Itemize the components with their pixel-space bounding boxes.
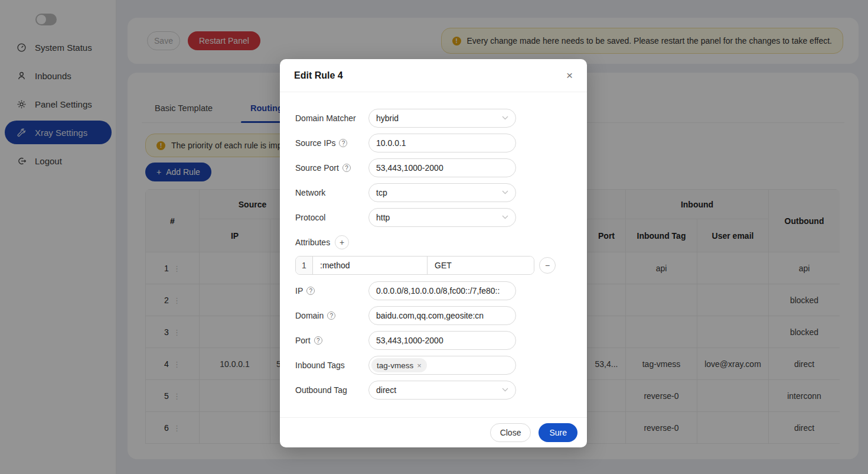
field-label: Source IPs ? (295, 138, 368, 148)
field-label-text: Source Port (295, 163, 339, 173)
field-inbound-tags: Inbound Tags tag-vmess × (295, 356, 573, 375)
source-port-input[interactable] (368, 158, 516, 177)
modal-body: Domain Matcher hybrid Source IPs ? Sourc… (280, 92, 587, 400)
modal-footer: Close Sure (280, 417, 587, 447)
modal-header: Edit Rule 4 × (280, 59, 587, 92)
domain-matcher-select[interactable]: hybrid (368, 109, 516, 128)
chevron-down-icon (502, 215, 508, 219)
help-icon[interactable]: ? (339, 139, 347, 147)
selected-value: hybrid (376, 113, 399, 123)
close-button[interactable]: Close (490, 423, 531, 442)
protocol-select[interactable]: http (368, 208, 516, 227)
field-label-text: Source IPs (295, 138, 335, 148)
help-icon[interactable]: ? (327, 311, 335, 320)
selected-value: http (376, 213, 390, 222)
attribute-index: 1 (296, 257, 313, 274)
field-label-text: Domain (295, 311, 324, 320)
tag-chip: tag-vmess × (371, 358, 427, 372)
help-icon[interactable]: ? (314, 336, 322, 345)
modal-title: Edit Rule 4 (294, 70, 343, 81)
field-label: IP ? (295, 286, 368, 296)
add-attribute-button[interactable]: + (335, 235, 349, 249)
field-label-text: Port (295, 336, 311, 345)
selected-value: tcp (376, 188, 387, 197)
field-domain: Domain ? (295, 306, 573, 325)
chevron-down-icon (502, 388, 508, 392)
selected-value: direct (376, 385, 396, 395)
source-ips-input[interactable] (368, 134, 516, 152)
field-label: Inbound Tags (295, 361, 368, 370)
inbound-tags-multiselect[interactable]: tag-vmess × (368, 356, 516, 375)
field-ip: IP ? (295, 281, 573, 300)
chevron-down-icon (502, 116, 508, 120)
network-select[interactable]: tcp (368, 183, 516, 202)
field-source-ips: Source IPs ? (295, 134, 573, 152)
attribute-row: 1 − (295, 256, 573, 275)
ip-input[interactable] (368, 281, 516, 300)
attributes-label: Attributes (295, 238, 330, 247)
attribute-key-input[interactable] (313, 257, 428, 274)
edit-rule-modal: Edit Rule 4 × Domain Matcher hybrid Sour… (280, 59, 587, 447)
field-port: Port ? (295, 331, 573, 350)
domain-input[interactable] (368, 306, 516, 325)
attribute-input-group: 1 (295, 256, 534, 275)
field-network: Network tcp (295, 183, 573, 202)
field-label: Source Port ? (295, 163, 368, 173)
help-icon[interactable]: ? (306, 287, 315, 295)
field-outbound-tag: Outbound Tag direct (295, 381, 573, 400)
field-label: Domain Matcher (295, 113, 368, 123)
field-label: Outbound Tag (295, 385, 368, 395)
close-icon[interactable]: × (566, 70, 573, 81)
field-protocol: Protocol http (295, 208, 573, 227)
field-label: Domain ? (295, 311, 368, 320)
field-domain-matcher: Domain Matcher hybrid (295, 109, 573, 128)
tag-remove-icon[interactable]: × (417, 361, 422, 370)
attribute-value-input[interactable] (428, 257, 534, 274)
field-source-port: Source Port ? (295, 158, 573, 177)
sure-button[interactable]: Sure (539, 423, 577, 442)
field-label: Protocol (295, 213, 368, 222)
outbound-tag-select[interactable]: direct (368, 381, 516, 400)
field-label-text: IP (295, 286, 303, 296)
remove-attribute-button[interactable]: − (539, 257, 556, 274)
field-attributes: Attributes + (295, 233, 573, 252)
help-icon[interactable]: ? (342, 164, 351, 172)
tag-label: tag-vmess (377, 361, 413, 370)
port-input[interactable] (368, 331, 516, 350)
field-label: Port ? (295, 336, 368, 345)
field-label: Network (295, 188, 368, 197)
chevron-down-icon (502, 190, 508, 194)
